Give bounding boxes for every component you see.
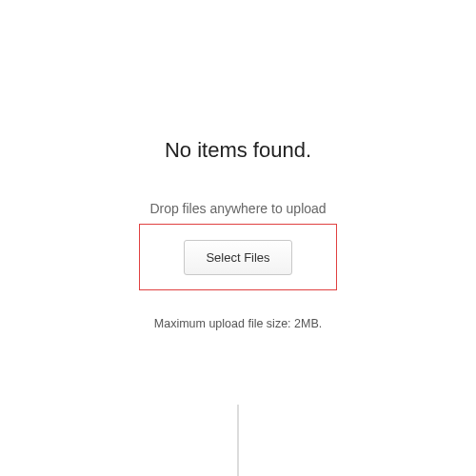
empty-state-heading: No items found. (165, 138, 311, 163)
drop-files-hint: Drop files anywhere to upload (149, 201, 326, 216)
upload-highlight-box: Select Files (139, 224, 337, 290)
select-files-button[interactable]: Select Files (184, 240, 291, 275)
max-upload-size-text: Maximum upload file size: 2MB. (154, 317, 322, 330)
vertical-divider (237, 405, 239, 476)
